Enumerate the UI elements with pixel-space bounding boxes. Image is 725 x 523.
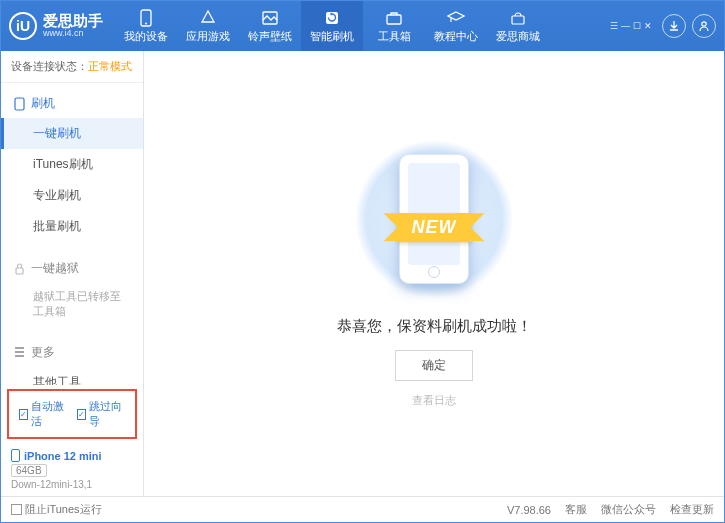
nav-flash[interactable]: 智能刷机 bbox=[301, 1, 363, 51]
svg-rect-9 bbox=[12, 450, 20, 462]
svg-point-6 bbox=[702, 22, 706, 26]
svg-rect-8 bbox=[16, 268, 23, 274]
nav-tutorial[interactable]: 教程中心 bbox=[425, 1, 487, 51]
options-row: ✓自动激活 ✓跳过向导 bbox=[7, 389, 137, 439]
nav-ringtone[interactable]: 铃声壁纸 bbox=[239, 1, 301, 51]
minimize-icon[interactable]: — bbox=[621, 21, 630, 31]
apps-icon bbox=[199, 9, 217, 27]
svg-point-1 bbox=[145, 22, 147, 24]
success-message: 恭喜您，保资料刷机成功啦！ bbox=[337, 317, 532, 336]
sidebar-item-oneclick[interactable]: 一键刷机 bbox=[1, 118, 143, 149]
firmware-line: Down-12mini-13,1 bbox=[11, 479, 133, 490]
toolbox-icon bbox=[385, 9, 403, 27]
success-illustration: NEW bbox=[354, 139, 514, 299]
ok-button[interactable]: 确定 bbox=[395, 350, 473, 381]
svg-rect-5 bbox=[512, 16, 524, 24]
app-window: iU 爱思助手 www.i4.cn 我的设备 应用游戏 铃声壁纸 智能刷机 工具… bbox=[0, 0, 725, 523]
section-jailbreak-header: 一键越狱 bbox=[1, 254, 143, 283]
nav-toolbox[interactable]: 工具箱 bbox=[363, 1, 425, 51]
nav-label: 爱思商城 bbox=[496, 29, 540, 44]
lock-icon bbox=[13, 263, 25, 275]
sidebar: 设备连接状态：正常模式 刷机 一键刷机 iTunes刷机 专业刷机 批量刷机 一… bbox=[1, 51, 144, 496]
section-flash: 刷机 一键刷机 iTunes刷机 专业刷机 批量刷机 bbox=[1, 83, 143, 248]
maximize-icon[interactable]: ☐ bbox=[633, 21, 641, 31]
new-ribbon: NEW bbox=[398, 213, 471, 242]
close-icon[interactable]: ✕ bbox=[644, 21, 652, 31]
tutorial-icon bbox=[447, 9, 465, 27]
section-jailbreak: 一键越狱 越狱工具已转移至工具箱 bbox=[1, 248, 143, 332]
nav-my-device[interactable]: 我的设备 bbox=[115, 1, 177, 51]
app-name: 爱思助手 bbox=[43, 13, 103, 30]
connection-status: 设备连接状态：正常模式 bbox=[1, 51, 143, 83]
nav-store[interactable]: 爱思商城 bbox=[487, 1, 549, 51]
skip-guide-checkbox[interactable]: ✓跳过向导 bbox=[77, 399, 125, 429]
store-icon bbox=[509, 9, 527, 27]
flash-icon bbox=[13, 98, 25, 110]
checkbox-label: 跳过向导 bbox=[89, 399, 125, 429]
wallpaper-icon bbox=[261, 9, 279, 27]
version-label: V7.98.66 bbox=[507, 504, 551, 516]
titlebar: iU 爱思助手 www.i4.cn 我的设备 应用游戏 铃声壁纸 智能刷机 工具… bbox=[1, 1, 724, 51]
section-flash-header[interactable]: 刷机 bbox=[1, 89, 143, 118]
svg-rect-4 bbox=[387, 15, 401, 24]
section-title: 更多 bbox=[31, 344, 55, 361]
checkbox-label: 阻止iTunes运行 bbox=[25, 502, 102, 517]
sidebar-item-batch[interactable]: 批量刷机 bbox=[1, 211, 143, 242]
svg-rect-7 bbox=[15, 98, 24, 110]
refresh-icon bbox=[323, 9, 341, 27]
nav-apps[interactable]: 应用游戏 bbox=[177, 1, 239, 51]
body: 设备连接状态：正常模式 刷机 一键刷机 iTunes刷机 专业刷机 批量刷机 一… bbox=[1, 51, 724, 496]
auto-activate-checkbox[interactable]: ✓自动激活 bbox=[19, 399, 67, 429]
block-itunes-checkbox[interactable]: 阻止iTunes运行 bbox=[11, 502, 102, 517]
menu-lines-icon bbox=[13, 346, 25, 358]
section-more: 更多 其他工具 下载固件 高级功能 bbox=[1, 332, 143, 385]
storage-badge: 64GB bbox=[11, 464, 47, 477]
device-name: iPhone 12 mini bbox=[11, 449, 133, 462]
nav-label: 铃声壁纸 bbox=[248, 29, 292, 44]
user-icon[interactable] bbox=[692, 14, 716, 38]
checkbox-icon bbox=[11, 504, 22, 515]
mini-controls: ☰ — ☐ ✕ bbox=[610, 21, 652, 31]
device-panel[interactable]: iPhone 12 mini 64GB Down-12mini-13,1 bbox=[1, 443, 143, 496]
wechat-link[interactable]: 微信公众号 bbox=[601, 502, 656, 517]
phone-icon bbox=[137, 9, 155, 27]
status-label: 设备连接状态： bbox=[11, 60, 88, 72]
checkbox-label: 自动激活 bbox=[31, 399, 67, 429]
nav-label: 智能刷机 bbox=[310, 29, 354, 44]
menu-icon[interactable]: ☰ bbox=[610, 21, 618, 31]
checkbox-icon: ✓ bbox=[19, 409, 28, 420]
status-value: 正常模式 bbox=[88, 60, 132, 72]
sidebar-item-itunes[interactable]: iTunes刷机 bbox=[1, 149, 143, 180]
section-title: 一键越狱 bbox=[31, 260, 79, 277]
logo-icon: iU bbox=[9, 12, 37, 40]
window-controls: ☰ — ☐ ✕ bbox=[610, 14, 716, 38]
nav-label: 我的设备 bbox=[124, 29, 168, 44]
check-update-link[interactable]: 检查更新 bbox=[670, 502, 714, 517]
view-log-link[interactable]: 查看日志 bbox=[412, 393, 456, 408]
logo-block: iU 爱思助手 www.i4.cn bbox=[9, 12, 115, 40]
main-nav: 我的设备 应用游戏 铃声壁纸 智能刷机 工具箱 教程中心 爱思商城 bbox=[115, 1, 610, 51]
jailbreak-note: 越狱工具已转移至工具箱 bbox=[1, 283, 143, 326]
nav-label: 应用游戏 bbox=[186, 29, 230, 44]
nav-label: 工具箱 bbox=[378, 29, 411, 44]
section-title: 刷机 bbox=[31, 95, 55, 112]
nav-label: 教程中心 bbox=[434, 29, 478, 44]
customer-service-link[interactable]: 客服 bbox=[565, 502, 587, 517]
download-icon[interactable] bbox=[662, 14, 686, 38]
checkbox-icon: ✓ bbox=[77, 409, 86, 420]
section-more-header[interactable]: 更多 bbox=[1, 338, 143, 367]
app-url: www.i4.cn bbox=[43, 29, 103, 39]
main-content: NEW 恭喜您，保资料刷机成功啦！ 确定 查看日志 bbox=[144, 51, 724, 496]
footer: 阻止iTunes运行 V7.98.66 客服 微信公众号 检查更新 bbox=[1, 496, 724, 522]
sidebar-item-other[interactable]: 其他工具 bbox=[1, 367, 143, 385]
sidebar-item-pro[interactable]: 专业刷机 bbox=[1, 180, 143, 211]
